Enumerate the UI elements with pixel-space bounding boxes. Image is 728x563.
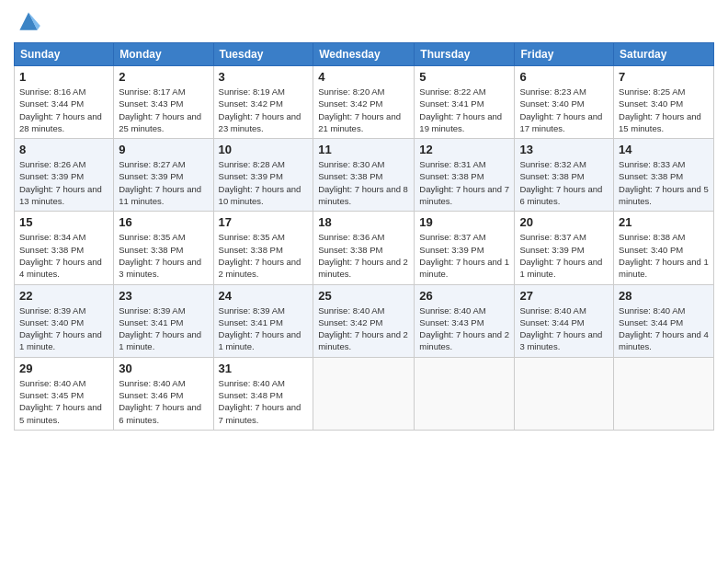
- day-info: Sunrise: 8:40 AMSunset: 3:42 PMDaylight:…: [318, 304, 409, 353]
- calendar-cell: 11Sunrise: 8:30 AMSunset: 3:38 PMDayligh…: [313, 139, 415, 212]
- calendar-cell: [614, 357, 714, 430]
- day-info: Sunrise: 8:35 AMSunset: 3:38 PMDaylight:…: [219, 231, 309, 280]
- day-number: 13: [519, 143, 609, 156]
- calendar-cell: 10Sunrise: 8:28 AMSunset: 3:39 PMDayligh…: [213, 139, 313, 212]
- calendar-cell: [415, 357, 515, 430]
- day-number: 19: [419, 215, 509, 229]
- day-number: 3: [219, 70, 309, 84]
- day-number: 21: [619, 215, 709, 229]
- day-info: Sunrise: 8:39 AMSunset: 3:40 PMDaylight:…: [19, 304, 108, 353]
- calendar-cell: 5Sunrise: 8:22 AMSunset: 3:41 PMDaylight…: [415, 66, 515, 139]
- day-info: Sunrise: 8:32 AMSunset: 3:38 PMDaylight:…: [519, 158, 609, 207]
- day-info: Sunrise: 8:40 AMSunset: 3:44 PMDaylight:…: [519, 304, 609, 353]
- day-info: Sunrise: 8:28 AMSunset: 3:39 PMDaylight:…: [219, 158, 309, 207]
- day-info: Sunrise: 8:35 AMSunset: 3:38 PMDaylight:…: [119, 231, 208, 280]
- day-info: Sunrise: 8:38 AMSunset: 3:40 PMDaylight:…: [619, 231, 709, 280]
- day-info: Sunrise: 8:33 AMSunset: 3:38 PMDaylight:…: [619, 158, 709, 207]
- calendar-table: SundayMondayTuesdayWednesdayThursdayFrid…: [14, 42, 714, 431]
- calendar-cell: 21Sunrise: 8:38 AMSunset: 3:40 PMDayligh…: [614, 212, 714, 284]
- calendar-cell: 6Sunrise: 8:23 AMSunset: 3:40 PMDaylight…: [515, 66, 614, 139]
- day-info: Sunrise: 8:27 AMSunset: 3:39 PMDaylight:…: [119, 158, 208, 207]
- page: SundayMondayTuesdayWednesdayThursdayFrid…: [0, 0, 728, 563]
- calendar-week-row: 22Sunrise: 8:39 AMSunset: 3:40 PMDayligh…: [15, 284, 714, 357]
- day-info: Sunrise: 8:20 AMSunset: 3:42 PMDaylight:…: [318, 86, 409, 134]
- day-number: 17: [219, 215, 309, 229]
- calendar-cell: 31Sunrise: 8:40 AMSunset: 3:48 PMDayligh…: [213, 357, 313, 430]
- day-info: Sunrise: 8:31 AMSunset: 3:38 PMDaylight:…: [419, 158, 509, 207]
- calendar-cell: 23Sunrise: 8:39 AMSunset: 3:41 PMDayligh…: [114, 284, 213, 357]
- day-number: 1: [19, 70, 108, 84]
- calendar-cell: 27Sunrise: 8:40 AMSunset: 3:44 PMDayligh…: [515, 284, 614, 357]
- day-number: 9: [119, 143, 208, 156]
- calendar-cell: [313, 357, 415, 430]
- day-info: Sunrise: 8:40 AMSunset: 3:45 PMDaylight:…: [19, 377, 108, 426]
- day-info: Sunrise: 8:37 AMSunset: 3:39 PMDaylight:…: [419, 231, 509, 280]
- day-number: 15: [19, 215, 108, 229]
- day-number: 31: [219, 362, 309, 375]
- calendar-cell: 26Sunrise: 8:40 AMSunset: 3:43 PMDayligh…: [415, 284, 515, 357]
- calendar-cell: 18Sunrise: 8:36 AMSunset: 3:38 PMDayligh…: [313, 212, 415, 284]
- generalblue-logo-icon: [14, 9, 43, 35]
- calendar-cell: 14Sunrise: 8:33 AMSunset: 3:38 PMDayligh…: [614, 139, 714, 212]
- day-number: 29: [19, 362, 108, 375]
- day-number: 12: [419, 143, 509, 156]
- calendar-cell: 16Sunrise: 8:35 AMSunset: 3:38 PMDayligh…: [114, 212, 213, 284]
- calendar-cell: 12Sunrise: 8:31 AMSunset: 3:38 PMDayligh…: [415, 139, 515, 212]
- day-info: Sunrise: 8:16 AMSunset: 3:44 PMDaylight:…: [19, 86, 108, 134]
- calendar-cell: 7Sunrise: 8:25 AMSunset: 3:40 PMDaylight…: [614, 66, 714, 139]
- day-info: Sunrise: 8:37 AMSunset: 3:39 PMDaylight:…: [519, 231, 609, 280]
- weekday-header-sunday: Sunday: [15, 43, 114, 66]
- weekday-header-thursday: Thursday: [415, 43, 515, 66]
- calendar-cell: 13Sunrise: 8:32 AMSunset: 3:38 PMDayligh…: [515, 139, 614, 212]
- day-number: 27: [519, 289, 609, 303]
- day-info: Sunrise: 8:25 AMSunset: 3:40 PMDaylight:…: [619, 86, 709, 134]
- day-number: 23: [119, 289, 208, 303]
- day-number: 8: [19, 143, 108, 156]
- day-number: 22: [19, 289, 108, 303]
- calendar-cell: 20Sunrise: 8:37 AMSunset: 3:39 PMDayligh…: [515, 212, 614, 284]
- day-number: 5: [419, 70, 509, 84]
- calendar-cell: 28Sunrise: 8:40 AMSunset: 3:44 PMDayligh…: [614, 284, 714, 357]
- day-number: 16: [119, 215, 208, 229]
- calendar-cell: 17Sunrise: 8:35 AMSunset: 3:38 PMDayligh…: [213, 212, 313, 284]
- day-number: 11: [318, 143, 409, 156]
- day-info: Sunrise: 8:40 AMSunset: 3:48 PMDaylight:…: [219, 377, 309, 426]
- calendar-cell: 22Sunrise: 8:39 AMSunset: 3:40 PMDayligh…: [15, 284, 114, 357]
- day-number: 14: [619, 143, 709, 156]
- day-info: Sunrise: 8:40 AMSunset: 3:46 PMDaylight:…: [119, 377, 208, 426]
- calendar-week-row: 8Sunrise: 8:26 AMSunset: 3:39 PMDaylight…: [15, 139, 714, 212]
- calendar-cell: 4Sunrise: 8:20 AMSunset: 3:42 PMDaylight…: [313, 66, 415, 139]
- calendar-cell: 15Sunrise: 8:34 AMSunset: 3:38 PMDayligh…: [15, 212, 114, 284]
- day-info: Sunrise: 8:36 AMSunset: 3:38 PMDaylight:…: [318, 231, 409, 280]
- day-number: 25: [318, 289, 409, 303]
- day-number: 10: [219, 143, 309, 156]
- day-info: Sunrise: 8:19 AMSunset: 3:42 PMDaylight:…: [219, 86, 309, 134]
- calendar-cell: [515, 357, 614, 430]
- calendar-cell: 2Sunrise: 8:17 AMSunset: 3:43 PMDaylight…: [114, 66, 213, 139]
- day-number: 26: [419, 289, 509, 303]
- calendar-week-row: 29Sunrise: 8:40 AMSunset: 3:45 PMDayligh…: [15, 357, 714, 430]
- day-number: 18: [318, 215, 409, 229]
- day-number: 24: [219, 289, 309, 303]
- day-number: 4: [318, 70, 409, 84]
- day-number: 2: [119, 70, 208, 84]
- day-info: Sunrise: 8:39 AMSunset: 3:41 PMDaylight:…: [219, 304, 309, 353]
- day-info: Sunrise: 8:34 AMSunset: 3:38 PMDaylight:…: [19, 231, 108, 280]
- day-info: Sunrise: 8:23 AMSunset: 3:40 PMDaylight:…: [519, 86, 609, 134]
- day-info: Sunrise: 8:17 AMSunset: 3:43 PMDaylight:…: [119, 86, 208, 134]
- calendar-cell: 29Sunrise: 8:40 AMSunset: 3:45 PMDayligh…: [15, 357, 114, 430]
- day-number: 20: [519, 215, 609, 229]
- day-number: 28: [619, 289, 709, 303]
- day-info: Sunrise: 8:26 AMSunset: 3:39 PMDaylight:…: [19, 158, 108, 207]
- logo: [14, 9, 47, 35]
- calendar-cell: 19Sunrise: 8:37 AMSunset: 3:39 PMDayligh…: [415, 212, 515, 284]
- calendar-cell: 9Sunrise: 8:27 AMSunset: 3:39 PMDaylight…: [114, 139, 213, 212]
- calendar-cell: 30Sunrise: 8:40 AMSunset: 3:46 PMDayligh…: [114, 357, 213, 430]
- day-info: Sunrise: 8:30 AMSunset: 3:38 PMDaylight:…: [318, 158, 409, 207]
- calendar-cell: 24Sunrise: 8:39 AMSunset: 3:41 PMDayligh…: [213, 284, 313, 357]
- weekday-header-tuesday: Tuesday: [213, 43, 313, 66]
- calendar-cell: 1Sunrise: 8:16 AMSunset: 3:44 PMDaylight…: [15, 66, 114, 139]
- calendar-header-row: SundayMondayTuesdayWednesdayThursdayFrid…: [15, 43, 714, 66]
- calendar-cell: 3Sunrise: 8:19 AMSunset: 3:42 PMDaylight…: [213, 66, 313, 139]
- day-number: 7: [619, 70, 709, 84]
